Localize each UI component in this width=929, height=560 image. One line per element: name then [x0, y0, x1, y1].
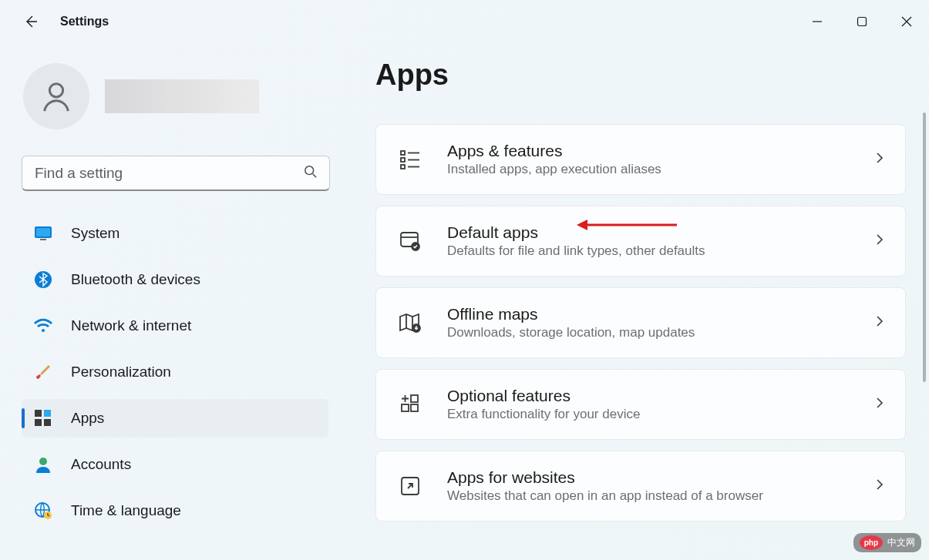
titlebar: Settings — [0, 0, 929, 43]
svg-rect-13 — [35, 419, 42, 426]
svg-rect-31 — [411, 395, 418, 402]
card-desc: Websites that can open in an app instead… — [447, 488, 874, 504]
svg-rect-14 — [44, 419, 51, 426]
map-download-icon — [396, 309, 424, 337]
close-button[interactable] — [884, 6, 929, 37]
sidebar-item-label: Personalization — [71, 364, 171, 381]
watermark-badge: php — [860, 535, 883, 550]
page-title: Apps — [375, 59, 906, 92]
profile-block[interactable] — [23, 63, 342, 129]
watermark: php 中文网 — [853, 533, 921, 552]
svg-rect-29 — [402, 404, 409, 411]
card-title: Apps & features — [447, 142, 874, 160]
card-optional-features[interactable]: Optional features Extra functionality fo… — [375, 369, 906, 440]
sidebar-item-system[interactable]: System — [22, 214, 328, 253]
card-default-apps[interactable]: Default apps Defaults for file and link … — [375, 206, 906, 277]
back-button[interactable] — [15, 6, 46, 37]
sidebar-item-label: Accounts — [71, 456, 131, 473]
svg-rect-30 — [411, 404, 418, 411]
svg-rect-18 — [401, 151, 405, 155]
chevron-right-icon — [874, 397, 885, 411]
main-panel: Apps Apps & features Installed apps, app… — [342, 43, 929, 560]
card-desc: Extra functionality for your device — [447, 407, 874, 422]
sidebar-item-label: Bluetooth & devices — [71, 271, 200, 288]
card-title: Apps for websites — [447, 468, 874, 487]
maximize-icon — [857, 16, 867, 27]
search-box — [22, 156, 330, 191]
watermark-text: 中文网 — [887, 536, 915, 549]
svg-point-4 — [49, 84, 62, 97]
card-desc: Defaults for file and link types, other … — [447, 243, 874, 259]
sidebar-item-label: System — [71, 225, 119, 242]
monitor-icon — [32, 223, 54, 244]
svg-line-6 — [313, 174, 317, 178]
avatar — [23, 63, 89, 129]
open-external-icon — [396, 472, 424, 500]
sidebar-item-personalization[interactable]: Personalization — [22, 353, 328, 391]
window-controls — [795, 6, 929, 37]
chevron-right-icon — [874, 316, 885, 330]
browser-check-icon — [396, 227, 424, 255]
sidebar-item-time[interactable]: Time & language — [22, 491, 328, 530]
minimize-icon — [812, 16, 823, 27]
grid-plus-icon — [396, 391, 424, 418]
chevron-right-icon — [874, 153, 885, 166]
sidebar-item-label: Network & internet — [71, 317, 191, 334]
search-input[interactable] — [22, 156, 330, 191]
svg-rect-8 — [36, 228, 50, 236]
card-desc: Installed apps, app execution aliases — [447, 162, 874, 177]
window-title: Settings — [60, 15, 109, 29]
svg-rect-9 — [40, 239, 46, 240]
svg-point-15 — [39, 458, 47, 465]
minimize-button[interactable] — [795, 6, 840, 37]
sidebar-item-apps[interactable]: Apps — [22, 399, 328, 438]
close-icon — [901, 16, 912, 27]
card-offline-maps[interactable]: Offline maps Downloads, storage location… — [375, 287, 906, 358]
svg-rect-22 — [401, 165, 405, 169]
sidebar-item-label: Time & language — [71, 502, 181, 519]
card-desc: Downloads, storage location, map updates — [447, 325, 874, 340]
card-title: Optional features — [447, 387, 874, 405]
sidebar-item-label: Apps — [71, 410, 104, 427]
svg-point-5 — [305, 166, 314, 175]
person-badge-icon — [32, 454, 54, 475]
profile-name-placeholder — [105, 79, 259, 113]
list-grid-icon — [396, 146, 424, 173]
sidebar-item-accounts[interactable]: Accounts — [22, 445, 328, 484]
person-icon — [39, 79, 74, 114]
brush-icon — [32, 361, 54, 383]
sidebar-item-network[interactable]: Network & internet — [22, 307, 328, 345]
card-apps-features[interactable]: Apps & features Installed apps, app exec… — [375, 124, 906, 195]
maximize-button[interactable] — [840, 6, 884, 37]
search-icon — [304, 165, 318, 182]
wifi-icon — [32, 315, 54, 337]
nav-list: System Bluetooth & devices Network & int… — [22, 214, 342, 538]
bluetooth-icon — [32, 269, 54, 290]
svg-rect-11 — [35, 410, 42, 417]
arrow-left-icon — [23, 14, 39, 29]
card-apps-websites[interactable]: Apps for websites Websites that can open… — [375, 451, 906, 521]
chevron-right-icon — [874, 234, 885, 248]
svg-rect-1 — [858, 18, 867, 26]
grid-icon — [32, 407, 54, 429]
svg-rect-12 — [44, 410, 51, 417]
card-title: Default apps — [447, 223, 874, 242]
settings-cards: Apps & features Installed apps, app exec… — [375, 124, 906, 521]
globe-clock-icon — [32, 500, 54, 521]
sidebar-item-bluetooth[interactable]: Bluetooth & devices — [22, 260, 328, 299]
main-scrollbar[interactable] — [923, 112, 926, 382]
chevron-right-icon — [874, 479, 885, 493]
svg-rect-20 — [401, 158, 405, 162]
card-title: Offline maps — [447, 305, 874, 324]
sidebar: System Bluetooth & devices Network & int… — [22, 43, 342, 560]
